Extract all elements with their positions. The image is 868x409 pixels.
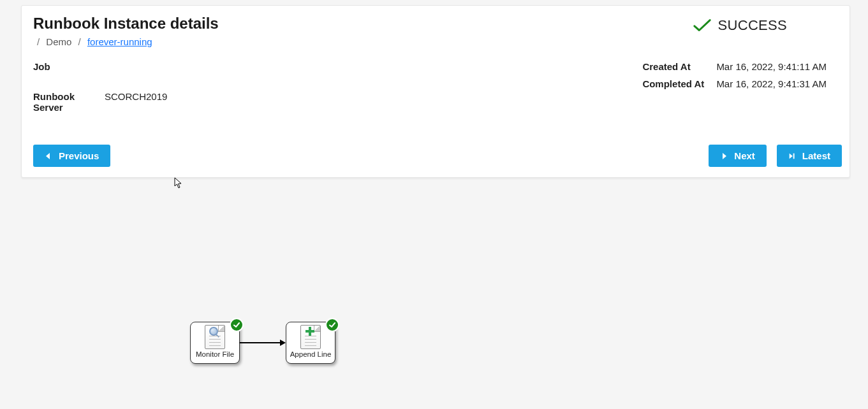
details-left: Job Runbook Server SCORCH2019 xyxy=(33,61,642,119)
next-button[interactable]: Next xyxy=(709,145,767,167)
page-title: Runbook Instance details xyxy=(33,15,219,32)
svg-marker-1 xyxy=(723,153,726,159)
header-row: Runbook Instance details / Demo / foreve… xyxy=(33,15,842,47)
check-icon xyxy=(328,321,336,329)
svg-marker-0 xyxy=(46,153,50,159)
created-label: Created At xyxy=(642,61,716,72)
previous-button-label: Previous xyxy=(59,150,99,161)
server-value: SCORCH2019 xyxy=(105,91,167,113)
details-section: Job Runbook Server SCORCH2019 Created At… xyxy=(33,61,842,119)
details-right: Created At Mar 16, 2022, 9:41:11 AM Comp… xyxy=(642,61,842,119)
next-button-label: Next xyxy=(734,150,755,161)
node-label: Append Line xyxy=(290,350,332,358)
svg-marker-2 xyxy=(790,153,793,159)
completed-label: Completed At xyxy=(642,78,716,89)
skip-end-icon xyxy=(788,152,796,160)
check-icon xyxy=(233,321,240,329)
runbook-diagram: Monitor File Append Line xyxy=(190,322,335,364)
latest-button-label: Latest xyxy=(802,150,830,161)
created-value: Mar 16, 2022, 9:41:11 AM xyxy=(716,61,827,72)
kv-completed: Completed At Mar 16, 2022, 9:41:31 AM xyxy=(642,78,827,89)
check-icon xyxy=(693,18,712,33)
node-monitor-file[interactable]: Monitor File xyxy=(190,322,240,364)
svg-rect-3 xyxy=(793,153,795,159)
kv-server: Runbook Server SCORCH2019 xyxy=(33,91,642,113)
file-monitor-icon xyxy=(205,325,225,349)
status-badge: SUCCESS xyxy=(693,17,787,34)
breadcrumb: / Demo / forever-running xyxy=(33,36,219,47)
breadcrumb-link-forever-running[interactable]: forever-running xyxy=(87,36,152,47)
node-append-line[interactable]: Append Line xyxy=(286,322,335,364)
node-status-badge xyxy=(325,318,339,332)
status-text: SUCCESS xyxy=(718,17,787,34)
node-label: Monitor File xyxy=(196,350,234,358)
header-left: Runbook Instance details / Demo / foreve… xyxy=(33,15,219,47)
mouse-cursor-icon xyxy=(174,177,183,189)
file-append-icon xyxy=(300,325,321,349)
flow-arrow xyxy=(240,340,286,346)
caret-left-icon xyxy=(45,152,52,160)
latest-button[interactable]: Latest xyxy=(777,145,842,167)
button-row: Previous Next Latest xyxy=(33,145,842,167)
server-label: Runbook Server xyxy=(33,91,105,113)
completed-value: Mar 16, 2022, 9:41:31 AM xyxy=(716,78,827,89)
job-label: Job xyxy=(33,61,105,72)
breadcrumb-item-0: Demo xyxy=(46,36,71,47)
caret-right-icon xyxy=(720,152,728,160)
kv-job: Job xyxy=(33,61,642,72)
previous-button[interactable]: Previous xyxy=(33,145,110,167)
button-right-group: Next Latest xyxy=(709,145,842,167)
breadcrumb-sep: / xyxy=(78,36,81,47)
details-card: Runbook Instance details / Demo / foreve… xyxy=(21,5,850,178)
breadcrumb-sep: / xyxy=(37,36,40,47)
kv-created: Created At Mar 16, 2022, 9:41:11 AM xyxy=(642,61,827,72)
node-status-badge xyxy=(230,318,244,332)
